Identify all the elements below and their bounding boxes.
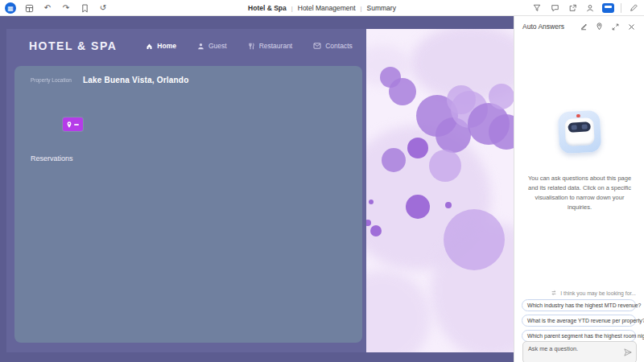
toolbar-divider	[621, 3, 621, 13]
undo-icon[interactable]: ↶	[42, 2, 53, 14]
map-bubble[interactable]	[389, 78, 416, 105]
sheets-icon[interactable]	[23, 2, 35, 14]
expand-icon[interactable]	[611, 23, 620, 31]
map-marker-chip[interactable]	[63, 117, 83, 131]
assistant-panel-icon[interactable]	[602, 3, 614, 13]
nav-item-restaurant[interactable]: Restaurant	[248, 42, 293, 50]
assistant-robot-icon	[557, 110, 601, 154]
sheet-background: HOTEL & SPA Home Guest	[0, 16, 514, 362]
send-icon[interactable]	[624, 345, 632, 360]
hotel-dashboard-sheet: HOTEL & SPA Home Guest	[6, 29, 366, 352]
map-bubble[interactable]	[406, 195, 430, 219]
map-bubble[interactable]	[445, 202, 452, 208]
breadcrumb-page[interactable]: Summary	[367, 4, 396, 12]
property-location-value: Lake Buena Vista, Orlando	[83, 76, 189, 84]
contacts-icon	[313, 43, 321, 49]
map-bubble[interactable]	[447, 85, 476, 114]
refresh-icon	[551, 290, 557, 296]
breadcrumb: Hotel & Spa | Hotel Management | Summary	[201, 0, 443, 16]
history-icon[interactable]: ↺	[97, 2, 109, 14]
bubble-map-visualization[interactable]	[366, 29, 514, 352]
marker-chip-value	[74, 124, 79, 125]
auto-answers-panel: Auto Answers You	[514, 16, 644, 362]
property-location-label: Property Location	[31, 77, 72, 83]
question-input[interactable]	[523, 342, 636, 362]
map-bubble[interactable]	[382, 148, 406, 172]
filter-icon[interactable]	[531, 2, 543, 14]
map-bubble[interactable]	[429, 150, 461, 182]
map-bubble[interactable]	[370, 225, 382, 237]
map-bubble[interactable]	[444, 209, 505, 270]
question-input-box	[522, 341, 637, 362]
panel-title: Auto Answers	[522, 23, 564, 31]
nav-item-contacts[interactable]: Contacts	[313, 42, 353, 50]
restaurant-icon	[248, 43, 255, 50]
profile-icon[interactable]	[584, 2, 596, 14]
reservations-label: Reservations	[31, 154, 73, 162]
edit-icon[interactable]	[628, 2, 639, 14]
location-pin-icon	[67, 121, 72, 128]
suggestions-header: I think you may be looking for...	[551, 290, 636, 296]
map-bubble[interactable]	[489, 84, 514, 109]
panel-intro-text: You can ask questions about this page an…	[526, 174, 634, 212]
breadcrumb-app[interactable]: Hotel & Spa	[248, 4, 287, 12]
app-logo-icon[interactable]: ▦	[5, 2, 16, 14]
home-icon	[146, 43, 153, 50]
map-bubble[interactable]	[407, 138, 428, 158]
clear-icon[interactable]	[579, 23, 588, 31]
bookmark-icon[interactable]	[79, 2, 90, 14]
suggestion-chip[interactable]: What is the average YTD revenue per prop…	[522, 315, 636, 327]
share-icon[interactable]	[567, 2, 578, 14]
dashboard-title: HOTEL & SPA	[29, 39, 117, 52]
comments-icon[interactable]	[549, 2, 560, 14]
close-icon[interactable]	[627, 23, 636, 31]
property-map-card[interactable]: Property Location Lake Buena Vista, Orla…	[14, 66, 362, 343]
dashboard-nav: HOTEL & SPA Home Guest	[6, 29, 366, 63]
global-toolbar: ▦ ↶ ↷ ↺ Hotel & Spa | Hotel Management |…	[0, 0, 644, 16]
map-landmass	[366, 270, 431, 352]
suggestion-chip[interactable]: Which industry has the highest MTD reven…	[522, 299, 636, 311]
nav-item-guest[interactable]: Guest	[197, 42, 227, 50]
suggestion-chip[interactable]: Which parent segment has the highest roo…	[522, 330, 636, 342]
breadcrumb-section[interactable]: Hotel Management	[298, 4, 356, 12]
map-bubble[interactable]	[369, 200, 374, 204]
pin-icon[interactable]	[595, 23, 604, 31]
guest-icon	[197, 43, 204, 50]
nav-item-home[interactable]: Home	[146, 42, 176, 50]
redo-icon[interactable]: ↷	[60, 2, 72, 14]
